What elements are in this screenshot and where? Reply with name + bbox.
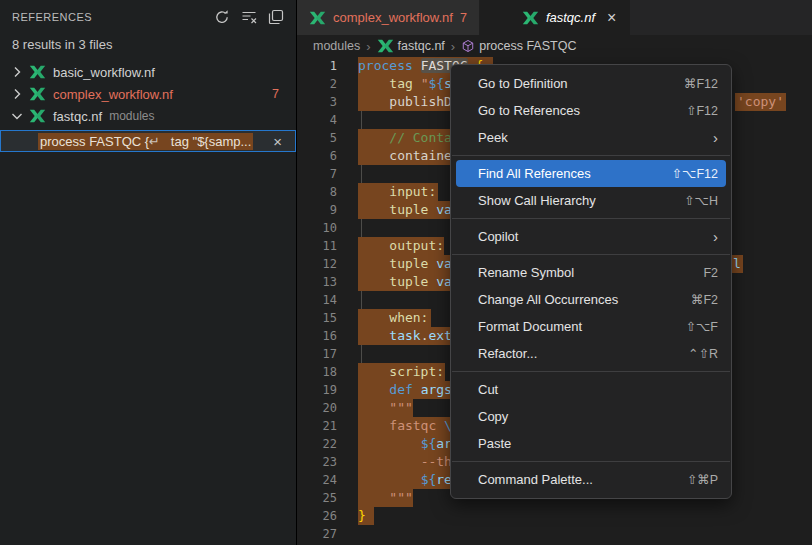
code-text: script: xyxy=(358,363,444,381)
breadcrumb-item-process-fastqc[interactable]: process FASTQC xyxy=(461,39,576,53)
line-number: 8 xyxy=(297,183,337,201)
menu-shortcut: ⇧⌥F12 xyxy=(672,166,718,181)
menu-separator xyxy=(452,254,730,255)
chevron-right-icon[interactable] xyxy=(9,64,25,80)
refresh-icon[interactable] xyxy=(214,9,230,25)
line-number: 15 xyxy=(297,309,337,327)
line-number: 19 xyxy=(297,381,337,399)
dismiss-result-icon[interactable]: × xyxy=(273,134,282,149)
menu-item-go-to-definition[interactable]: Go to Definition⌘F12 xyxy=(456,70,726,97)
problems-badge: 7 xyxy=(460,11,467,25)
code-text: ${ar xyxy=(358,435,452,453)
code-text: when: xyxy=(358,309,428,327)
breadcrumb-item-modules[interactable]: modules xyxy=(313,39,360,53)
menu-item-copilot[interactable]: Copilot› xyxy=(456,223,726,250)
line-number: 6 xyxy=(297,147,337,165)
menu-item-show-call-hierarchy[interactable]: Show Call Hierarchy⇧⌥H xyxy=(456,187,726,214)
line-number: 24 xyxy=(297,471,337,489)
line-number: 5 xyxy=(297,129,337,147)
results-count-badge: 7 xyxy=(272,87,279,101)
nextflow-icon xyxy=(377,39,394,53)
menu-item-refactor[interactable]: Refactor...⌃⇧R xyxy=(456,340,726,367)
tab-complex-workflow[interactable]: complex_workflow.nf 7 xyxy=(297,0,480,35)
menu-item-peek[interactable]: Peek› xyxy=(456,124,726,151)
menu-separator xyxy=(452,155,730,156)
line-number: 22 xyxy=(297,435,337,453)
code-text-fragment: 'copy' xyxy=(735,93,786,111)
panel-title: REFERENCES xyxy=(12,11,214,23)
reference-result-item[interactable]: process FASTQC {↵ tag "${samp... × xyxy=(0,130,296,152)
breadcrumb-separator: › xyxy=(451,39,455,54)
menu-shortcut: ⌃⇧R xyxy=(688,346,718,361)
menu-item-go-to-references[interactable]: Go to References⇧F12 xyxy=(456,97,726,124)
line-number: 4 xyxy=(297,111,337,129)
line-number: 17 xyxy=(297,345,337,363)
code-text: def args xyxy=(358,381,452,399)
code-text: tuple va xyxy=(358,273,452,291)
close-tab-icon[interactable]: × xyxy=(607,10,616,26)
code-text: task.ext xyxy=(358,327,452,345)
line-number: 18 xyxy=(297,363,337,381)
code-text: // Conta xyxy=(358,129,452,147)
clear-all-results-icon[interactable] xyxy=(241,9,257,25)
menu-item-change-all-occurrences[interactable]: Change All Occurrences⌘F2 xyxy=(456,286,726,313)
tree-item-complex-workflow-nf[interactable]: complex_workflow.nf7 xyxy=(0,83,296,105)
line-number: 21 xyxy=(297,417,337,435)
tab-label: fastqc.nf xyxy=(546,10,595,25)
nextflow-icon xyxy=(29,87,46,101)
line-number: 14 xyxy=(297,291,337,309)
code-text: tuple va xyxy=(358,201,452,219)
menu-item-command-palette[interactable]: Command Palette...⇧⌘P xyxy=(456,466,726,493)
code-text: input: xyxy=(358,183,436,201)
code-text: tag "${s xyxy=(358,75,452,93)
menu-item-cut[interactable]: Cut xyxy=(456,376,726,403)
code-text: fastqc \ xyxy=(358,417,452,435)
results-tree: basic_workflow.nfcomplex_workflow.nf7fas… xyxy=(0,61,296,127)
line-number: 1 xyxy=(297,57,337,75)
copy-results-icon[interactable] xyxy=(268,9,284,25)
code-text: } xyxy=(358,507,366,525)
symbol-module-icon xyxy=(461,39,475,53)
menu-item-copy[interactable]: Copy xyxy=(456,403,726,430)
tree-item-fastqc-nf[interactable]: fastqc.nfmodules xyxy=(0,105,296,127)
tab-fastqc[interactable]: fastqc.nf × xyxy=(480,0,630,35)
menu-item-paste[interactable]: Paste xyxy=(456,430,726,457)
code-text: publishD xyxy=(358,93,452,111)
return-symbol: ↵ xyxy=(149,134,160,149)
menu-item-find-all-references[interactable]: Find All References⇧⌥F12 xyxy=(456,160,726,187)
menu-item-format-document[interactable]: Format Document⇧⌥F xyxy=(456,313,726,340)
editor-tab-bar: complex_workflow.nf 7 fastqc.nf × xyxy=(297,0,812,35)
line-number: 25 xyxy=(297,489,337,507)
menu-shortcut: ⇧F12 xyxy=(686,103,718,118)
line-number: 9 xyxy=(297,201,337,219)
line-number: 27 xyxy=(297,525,337,543)
code-line: 27 xyxy=(297,525,812,543)
line-number: 7 xyxy=(297,165,337,183)
reference-result-text: process FASTQC {↵ tag "${samp... xyxy=(38,133,253,150)
line-number: 11 xyxy=(297,237,337,255)
file-label: fastqc.nf xyxy=(53,109,102,124)
results-summary: 8 results in 3 files xyxy=(0,34,296,61)
tree-item-basic-workflow-nf[interactable]: basic_workflow.nf xyxy=(0,61,296,83)
submenu-chevron-icon: › xyxy=(713,130,718,145)
line-number: 13 xyxy=(297,273,337,291)
nextflow-icon xyxy=(29,109,46,123)
menu-separator xyxy=(452,461,730,462)
file-label: basic_workflow.nf xyxy=(53,65,155,80)
menu-item-rename-symbol[interactable]: Rename SymbolF2 xyxy=(456,259,726,286)
breadcrumb-item-fastqc[interactable]: fastqc.nf xyxy=(377,39,445,53)
breadcrumb: modules › fastqc.nf › process FASTQC xyxy=(297,35,812,57)
menu-shortcut: ⌘F12 xyxy=(684,76,718,91)
line-number: 12 xyxy=(297,255,337,273)
chevron-right-icon[interactable] xyxy=(9,86,25,102)
nextflow-icon xyxy=(522,11,539,25)
line-number: 3 xyxy=(297,93,337,111)
code-text: output: xyxy=(358,237,444,255)
tab-label: complex_workflow.nf xyxy=(333,10,453,25)
menu-separator xyxy=(452,371,730,372)
code-text: """ xyxy=(358,399,413,417)
context-menu: Go to Definition⌘F12Go to References⇧F12… xyxy=(450,64,732,499)
chevron-down-icon[interactable] xyxy=(9,108,25,124)
line-number: 16 xyxy=(297,327,337,345)
menu-shortcut: F2 xyxy=(703,266,718,280)
